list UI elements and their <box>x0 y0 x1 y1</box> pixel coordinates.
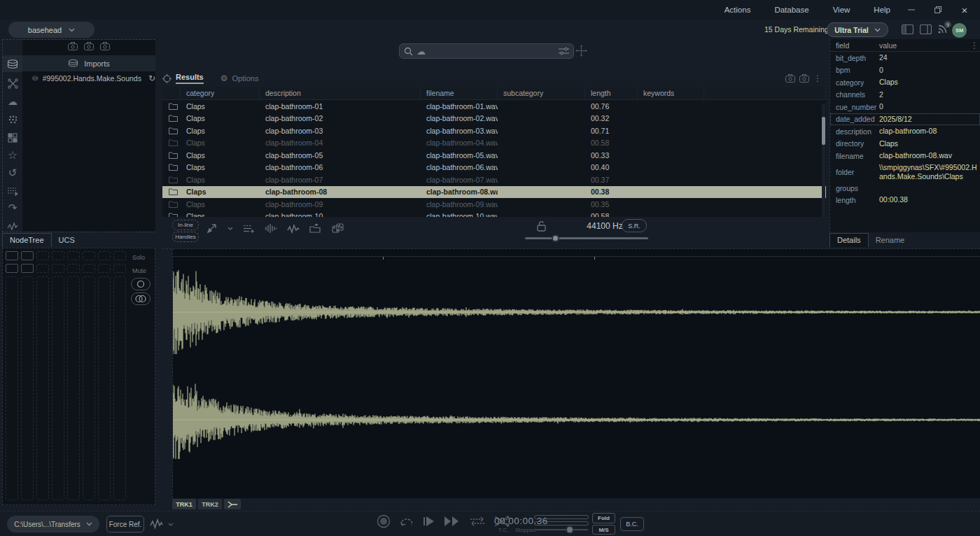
matrix-cell[interactable] <box>21 251 34 260</box>
node-graph-icon[interactable] <box>3 75 22 92</box>
detail-row[interactable]: cue_number0 <box>830 101 980 113</box>
field-value[interactable]: clap-bathroom-08.wav <box>874 151 980 160</box>
table-row[interactable]: Clapsclap-bathroom-05clap-bathroom-05.wa… <box>162 149 826 162</box>
tab-rename[interactable]: Rename <box>869 234 912 247</box>
matrix-cell[interactable] <box>21 264 34 273</box>
camera-icon[interactable] <box>84 42 94 50</box>
detail-row[interactable]: date_added2025/8/12 <box>830 113 980 126</box>
chevron-down-icon[interactable] <box>227 227 233 230</box>
table-row[interactable]: Clapsclap-bathroom-07clap-bathroom-07.wa… <box>162 174 826 186</box>
column-length[interactable]: length <box>585 87 638 99</box>
field-value[interactable]: clap-bathroom-08 <box>874 127 980 136</box>
column-description[interactable]: description <box>260 87 421 99</box>
detail-row[interactable]: directoryClaps <box>830 138 980 150</box>
field-value[interactable]: 2025/8/12 <box>874 115 980 124</box>
merge-tracks-icon[interactable] <box>224 499 241 509</box>
user-avatar[interactable]: SM <box>952 23 967 38</box>
tab-results[interactable]: Results <box>176 73 204 84</box>
fast-forward-button[interactable] <box>444 516 461 527</box>
waveform-channel-left[interactable] <box>173 269 980 355</box>
waveform-channel-right[interactable] <box>173 379 980 463</box>
matrix-cell[interactable] <box>36 251 49 260</box>
scrollbar-thumb[interactable] <box>822 117 825 145</box>
add-to-list-icon[interactable] <box>243 224 255 234</box>
loop-button[interactable] <box>399 516 414 527</box>
camera-icon[interactable] <box>799 74 809 83</box>
table-row[interactable]: Clapsclap-bathroom-02clap-bathroom-02.wa… <box>162 113 826 125</box>
matrix-cell[interactable] <box>6 264 18 273</box>
matrix-cell[interactable] <box>98 264 111 273</box>
channel-strip[interactable] <box>6 276 18 500</box>
plan-selector[interactable]: Ultra Trial <box>827 22 888 37</box>
redo-icon[interactable]: ↷ <box>3 199 22 216</box>
star-icon[interactable]: ☆ <box>3 146 22 163</box>
tab-details[interactable]: Details <box>830 233 869 247</box>
column-value[interactable]: value <box>874 41 970 50</box>
field-value[interactable]: 0 <box>874 102 980 111</box>
field-value[interactable]: 2 <box>874 90 980 99</box>
matrix-cell[interactable] <box>6 251 18 260</box>
blocks-grid-icon[interactable] <box>3 129 22 146</box>
matrix-cell[interactable] <box>67 264 80 273</box>
playlist-icon[interactable] <box>3 183 22 199</box>
matrix-cell[interactable] <box>98 251 111 260</box>
tab-options[interactable]: ⚙ Options <box>220 73 259 83</box>
unlock-icon[interactable] <box>536 220 547 232</box>
tab-trk2[interactable]: TRK2 <box>198 499 222 509</box>
cloud-search-icon[interactable]: ☁ <box>416 47 426 56</box>
tab-nodetree[interactable]: NodeTree <box>2 233 52 247</box>
repeat-button[interactable] <box>469 516 486 527</box>
inline-mode-button[interactable]: In-line <box>172 220 199 230</box>
channel-strip[interactable] <box>83 276 95 500</box>
matrix-cell[interactable] <box>52 264 64 273</box>
handles-mode-button[interactable]: Handles <box>172 232 199 242</box>
camera-icon[interactable] <box>68 42 78 50</box>
slider-thumb[interactable] <box>552 234 559 242</box>
footer-wave-icon[interactable] <box>150 519 174 530</box>
export-folder-icon[interactable] <box>309 223 322 234</box>
progress-bar-bottom[interactable] <box>534 521 589 526</box>
detail-row[interactable]: bit_depth24 <box>830 52 980 64</box>
detail-row[interactable]: channels2 <box>830 89 980 101</box>
stereo-button[interactable] <box>131 292 150 305</box>
dice-icon[interactable] <box>332 223 344 234</box>
column-filename[interactable]: filename <box>421 87 498 99</box>
table-row[interactable]: Clapsclap-bathroom-10clap-bathroom-10.wa… <box>162 211 826 218</box>
channel-strip[interactable] <box>113 276 126 500</box>
channel-strip[interactable] <box>52 276 64 500</box>
broadcast-icon[interactable]: 9 <box>937 24 949 35</box>
table-row[interactable]: Clapsclap-bathroom-04clap-bathroom-04.wa… <box>162 137 826 150</box>
imports-header[interactable]: Imports <box>22 55 155 71</box>
tab-ucs[interactable]: UCS <box>52 234 82 247</box>
levels-icon[interactable] <box>265 223 277 234</box>
detail-row[interactable]: filenameclap-bathroom-08.wav <box>830 150 980 162</box>
menu-database[interactable]: Database <box>774 6 808 14</box>
move-crosshair-icon[interactable] <box>575 45 587 57</box>
volume-thumb[interactable] <box>566 526 574 534</box>
camera-icon[interactable] <box>100 42 110 50</box>
channel-strip[interactable] <box>67 276 80 500</box>
detail-row[interactable]: descriptionclap-bathroom-08 <box>830 125 980 138</box>
waveform-panel[interactable] <box>172 249 980 498</box>
camera-icon[interactable] <box>785 74 795 83</box>
detail-row[interactable]: folder\\smpiggynas\SFX\#995002.Hands.Mak… <box>830 162 980 182</box>
force-ref-button[interactable]: Force Ref. <box>106 516 144 533</box>
matrix-cell[interactable] <box>52 251 64 260</box>
tc-label[interactable]: T.C. <box>498 527 508 533</box>
play-button[interactable] <box>423 515 435 528</box>
matrix-cell[interactable] <box>83 264 95 273</box>
tab-trk1[interactable]: TRK1 <box>172 499 196 509</box>
field-value[interactable]: 24 <box>874 53 980 62</box>
wave-zigzag-icon[interactable] <box>287 224 300 234</box>
progress-bar-top[interactable] <box>534 515 589 519</box>
field-value[interactable]: \\smpiggynas\SFX\#995002.Hands.Make.Soun… <box>874 163 980 181</box>
menu-help[interactable]: Help <box>874 6 890 14</box>
chevron-down-icon[interactable] <box>168 523 174 526</box>
menu-view[interactable]: View <box>833 6 850 14</box>
table-row[interactable]: Clapsclap-bathroom-01clap-bathroom-01.wa… <box>162 100 826 113</box>
bc-button[interactable]: B.C. <box>620 517 644 531</box>
field-value[interactable]: Claps <box>874 78 980 87</box>
workspace-selector[interactable]: basehead <box>8 22 94 38</box>
table-row[interactable]: Clapsclap-bathroom-06clap-bathroom-06.wa… <box>162 162 826 174</box>
matrix-cell[interactable] <box>113 251 126 260</box>
